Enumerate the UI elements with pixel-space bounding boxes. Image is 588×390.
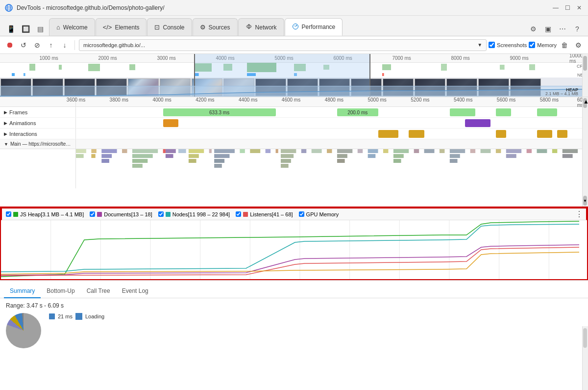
screenshots-label: Screenshots: [497, 42, 527, 48]
download-button[interactable]: ↓: [59, 39, 71, 51]
svg-rect-50: [393, 149, 409, 153]
svg-rect-52: [424, 149, 435, 153]
bottom-up-tab-label: Bottom-Up: [47, 287, 74, 294]
tab-console-label: Console: [163, 24, 184, 31]
detail-tick-5600: 5600 ms: [497, 97, 515, 103]
more-icon[interactable]: ⋯: [556, 22, 569, 36]
tab-performance[interactable]: Performance: [285, 18, 343, 36]
clear-button[interactable]: ⊘: [31, 39, 43, 51]
loading-label: Loading: [85, 313, 104, 319]
svg-rect-41: [276, 149, 278, 153]
overview-scrollbar-thumb[interactable]: [583, 56, 587, 71]
detail-tick-4000: 4000 ms: [152, 97, 171, 103]
svg-rect-46: [337, 149, 352, 153]
window-minimize[interactable]: —: [552, 4, 560, 12]
listeners-counter[interactable]: Listeners[41 – 68]: [236, 211, 293, 217]
toggle-device-icon[interactable]: 📱: [4, 22, 18, 36]
window-maximize[interactable]: ☐: [564, 4, 571, 12]
svg-rect-68: [166, 154, 173, 158]
svg-rect-17: [382, 64, 391, 70]
nodes-counter[interactable]: Nodes[11 998 – 22 984]: [158, 211, 230, 217]
listeners-color: [243, 212, 248, 217]
memory-checkbox[interactable]: [529, 42, 535, 48]
interactions-label[interactable]: ▶ Interactions: [0, 129, 76, 139]
svg-rect-24: [247, 73, 256, 76]
memory-menu-icon[interactable]: ⋮: [575, 209, 583, 219]
gpu-memory-counter[interactable]: GPU Memory: [299, 211, 339, 217]
listeners-label: Listeners[41 – 68]: [250, 211, 293, 217]
documents-color: [97, 212, 102, 217]
tab-bottom-up[interactable]: Bottom-Up: [41, 285, 80, 298]
svg-rect-45: [327, 149, 332, 153]
performance-toolbar: ⏺ ↺ ⊘ ↑ ↓ microsoftedge.github.io/... ▼ …: [0, 36, 588, 54]
tab-call-tree[interactable]: Call Tree: [81, 285, 116, 298]
capture-settings-button[interactable]: ⚙: [572, 39, 584, 51]
svg-rect-38: [240, 149, 245, 153]
tab-welcome[interactable]: ⌂ Welcome: [49, 18, 95, 36]
frames-label[interactable]: ▶ Frames: [0, 107, 76, 117]
overview-scrollbar[interactable]: [582, 54, 588, 97]
animations-track: ▶ Animations: [0, 118, 588, 129]
overview-timeline[interactable]: 1000 ms 2000 ms 3000 ms 4000 ms 5000 ms …: [0, 54, 588, 97]
main-flame-chart: [0, 149, 588, 188]
overview-ruler: 1000 ms 2000 ms 3000 ms 4000 ms 5000 ms …: [0, 54, 588, 63]
interactions-expand-icon[interactable]: ▶: [4, 131, 7, 136]
listeners-checkbox[interactable]: [236, 211, 241, 217]
svg-rect-36: [209, 149, 212, 153]
svg-rect-34: [178, 149, 186, 153]
tab-elements[interactable]: </> Elements: [96, 18, 147, 36]
welcome-icon: ⌂: [56, 24, 60, 31]
window-close[interactable]: ✕: [575, 4, 583, 12]
screenshots-checkbox[interactable]: [489, 42, 495, 48]
main-expand-icon[interactable]: ▼: [4, 142, 8, 147]
svg-rect-61: [552, 149, 557, 153]
tab-event-log[interactable]: Event Log: [116, 285, 154, 298]
network-icon: [245, 23, 252, 31]
upload-button[interactable]: ↑: [45, 39, 57, 51]
dock-icon[interactable]: ▣: [541, 22, 555, 36]
tab-summary[interactable]: Summary: [4, 285, 41, 298]
js-heap-checkbox[interactable]: [6, 211, 11, 217]
devtools-tab-bar: 📱 🔲 ▤ ⌂ Welcome </> Elements ⊡ Console ⚙…: [0, 16, 588, 36]
toggle-sidebar-icon[interactable]: ▤: [33, 22, 47, 36]
tracks-scrollbar-down[interactable]: ▼: [583, 196, 587, 206]
js-heap-counter[interactable]: JS Heap[3.1 MB – 4.1 MB]: [6, 211, 84, 217]
tracks-scrollbar-up[interactable]: ▲: [583, 98, 587, 108]
tab-elements-label: Elements: [115, 24, 139, 31]
net-overview-row: NET: [0, 73, 588, 78]
tab-network[interactable]: Network: [238, 18, 284, 36]
js-heap-color: [13, 212, 18, 217]
memory-toggle[interactable]: Memory: [529, 42, 557, 48]
nodes-checkbox[interactable]: [158, 211, 164, 217]
record-button[interactable]: ⏺: [4, 39, 16, 51]
documents-checkbox[interactable]: [90, 211, 95, 217]
clear-recording-button[interactable]: 🗑: [559, 39, 570, 51]
tab-sources[interactable]: ⚙ Sources: [193, 18, 238, 36]
svg-rect-30: [122, 149, 127, 153]
tab-bar-right: ⚙ ▣ ⋯ ?: [524, 22, 586, 36]
svg-rect-31: [132, 149, 158, 153]
documents-counter[interactable]: Documents[13 – 18]: [90, 211, 152, 217]
frames-expand-icon[interactable]: ▶: [4, 110, 7, 115]
reload-record-button[interactable]: ↺: [18, 39, 29, 51]
url-dropdown-icon[interactable]: ▼: [477, 42, 482, 48]
svg-rect-77: [563, 154, 573, 158]
tracks-scrollbar[interactable]: ▲ ▼: [582, 97, 588, 207]
svg-rect-53: [440, 149, 444, 153]
svg-rect-76: [506, 154, 516, 158]
settings-icon[interactable]: ⚙: [526, 22, 540, 36]
bottom-scrollbar[interactable]: [582, 326, 588, 390]
help-icon[interactable]: ?: [570, 22, 584, 36]
screenshots-toggle[interactable]: Screenshots: [489, 42, 527, 48]
bottom-scrollbar-thumb[interactable]: [583, 328, 587, 348]
bottom-panel: Summary Bottom-Up Call Tree Event Log Ra…: [0, 280, 588, 390]
animations-label[interactable]: ▶ Animations: [0, 118, 76, 128]
animations-expand-icon[interactable]: ▶: [4, 121, 7, 126]
svg-rect-29: [101, 149, 117, 153]
svg-rect-88: [281, 164, 289, 168]
toggle-inspect-icon[interactable]: 🔲: [19, 22, 32, 36]
svg-rect-26: [382, 73, 384, 76]
memory-chart-svg: [1, 220, 587, 279]
tab-console[interactable]: ⊡ Console: [147, 18, 192, 36]
gpu-memory-checkbox[interactable]: [299, 211, 304, 217]
